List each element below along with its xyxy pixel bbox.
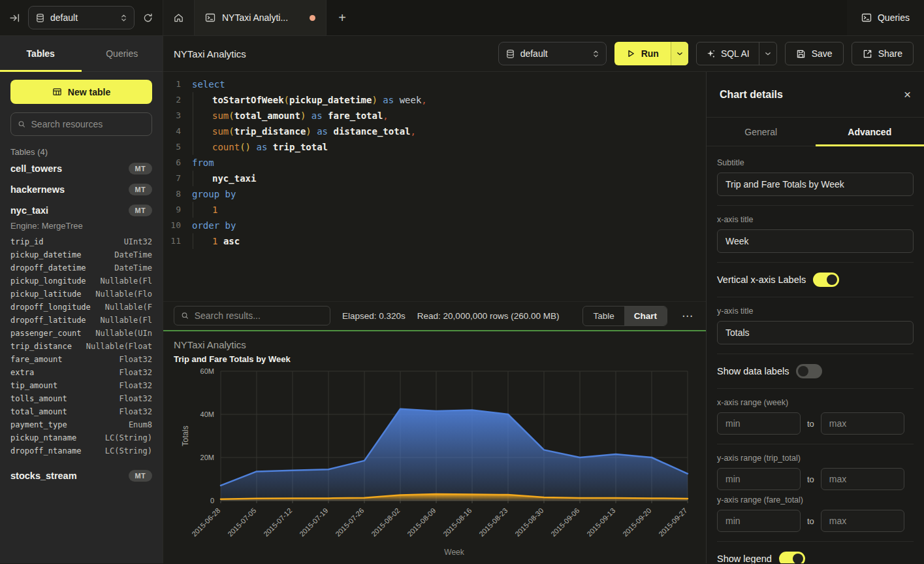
y-axis-title-input[interactable] [717,321,914,344]
collapse-sidebar-button[interactable] [9,12,20,24]
database-selector[interactable]: default [28,6,135,29]
queries-button-label: Queries [878,12,910,23]
view-toggle-table[interactable]: Table [583,307,624,325]
svg-text:2015-09-20: 2015-09-20 [621,506,652,537]
code-text: 1 asc [191,233,240,249]
home-tab-button[interactable] [163,0,195,35]
sql-editor[interactable]: 1select2toStartOfWeek(pickup_datetime) a… [163,72,706,301]
run-options-button[interactable] [671,42,688,65]
column-name: payment_type [10,418,67,431]
y-range-trip-min-input[interactable] [717,468,801,490]
subtitle-field-label: Subtitle [717,158,914,167]
search-icon [18,120,26,129]
unsaved-changes-dot [310,15,315,21]
new-tab-button[interactable]: + [327,0,358,35]
column-row: payment_typeEnum8 [10,418,152,431]
line-number: 7 [163,171,191,186]
sql-ai-options-button[interactable] [759,42,776,65]
area-chart[interactable]: 020M40M60M2015-06-282015-07-052015-07-12… [174,365,706,564]
svg-text:2015-07-26: 2015-07-26 [334,506,365,537]
code-text: 1 [191,202,217,218]
svg-text:2015-09-06: 2015-09-06 [549,506,581,537]
sql-ai-button[interactable]: SQL AI [696,42,777,65]
save-button[interactable]: Save [785,42,844,65]
column-row: pickup_datetimeDateTime [10,248,152,261]
range-to-label: to [807,419,814,429]
divider [717,354,914,354]
column-row: pickup_ntanameLC(String) [10,431,152,444]
table-item[interactable]: stocks_streamMT [10,465,152,486]
share-button-label: Share [878,48,902,59]
terminal-icon [861,12,872,23]
queries-button[interactable]: Queries [847,0,924,35]
column-type: LC(String) [105,444,152,457]
column-name: pickup_datetime [10,248,81,261]
column-type: Float32 [119,366,152,379]
svg-text:2015-08-16: 2015-08-16 [441,506,473,537]
column-type: Float32 [119,353,152,366]
y-range-fare-max-input[interactable] [821,510,904,532]
code-text: from [191,155,214,171]
panel-tab-advanced[interactable]: Advanced [816,118,924,146]
y-range-fare-min-input[interactable] [717,510,801,532]
new-table-button[interactable]: New table [10,80,152,104]
column-name: trip_distance [10,340,72,353]
toolbar-database-selector[interactable]: default [498,42,607,65]
table-item[interactable]: cell_towersMT [10,158,152,179]
line-number: 8 [163,186,191,202]
column-row: trip_distanceNullable(Float [10,340,152,353]
show-legend-toggle[interactable] [779,552,805,563]
sidebar-tab-queries[interactable]: Queries [82,36,163,71]
sparkles-icon [706,49,716,59]
results-search-input[interactable] [195,310,323,321]
share-button[interactable]: Share [852,42,914,65]
svg-text:2015-08-30: 2015-08-30 [513,506,545,537]
sidebar-tab-tables[interactable]: Tables [0,36,82,71]
x-axis-title-input[interactable] [717,229,914,253]
ellipsis-icon: ⋯ [682,310,693,322]
column-row: dropoff_latitudeNullable(Fl [10,314,152,327]
close-panel-button[interactable]: × [904,88,911,101]
column-row: dropoff_datetimeDateTime [10,261,152,274]
database-selector-value: default [50,12,78,23]
code-text: nyc_taxi [191,171,256,186]
code-text: toStartOfWeek(pickup_datetime) as week, [191,92,427,108]
table-item[interactable]: hackernewsMT [10,179,152,200]
chevron-updown-icon [592,50,599,58]
engine-detail: Engine: MergeTree [10,221,152,235]
x-range-max-input[interactable] [821,412,904,435]
resource-search-input[interactable] [31,119,145,129]
column-row: dropoff_ntanameLC(String) [10,444,152,457]
search-icon [181,311,189,320]
line-number: 6 [163,155,191,171]
code-text: sum(trip_distance) as distance_total, [191,124,416,139]
engine-badge: MT [129,205,152,216]
chart-subtitle: Trip and Fare Totals by Week [174,354,706,364]
results-menu-button[interactable]: ⋯ [679,309,695,323]
x-range-min-input[interactable] [717,412,801,435]
panel-tab-general[interactable]: General [707,118,816,146]
vertical-labels-toggle[interactable] [813,273,839,287]
table-item[interactable]: nyc_taxiMT [10,200,152,221]
table-name: cell_towers [10,163,62,174]
column-type: UInt32 [124,235,152,248]
x-axis-title-label: x-axis title [717,215,914,224]
column-name: pickup_ntaname [10,431,76,444]
refresh-button[interactable] [142,12,153,24]
editor-line: 10order by [163,218,706,233]
column-type: Nullable(Float [86,340,152,353]
run-button[interactable]: Run [614,42,688,65]
data-labels-toggle[interactable] [796,364,822,378]
view-toggle-chart[interactable]: Chart [624,307,667,325]
engine-badge: MT [129,163,152,174]
svg-text:2015-07-05: 2015-07-05 [226,506,257,537]
column-row: tolls_amountFloat32 [10,392,152,405]
y-range-trip-max-input[interactable] [821,468,904,490]
subtitle-input[interactable] [717,173,914,196]
query-tab[interactable]: NYTaxi Analyti... [195,0,327,35]
engine-badge: MT [129,470,152,482]
column-name: total_amount [10,405,67,418]
divider [717,444,914,444]
column-name: dropoff_ntaname [10,444,81,457]
svg-text:20M: 20M [200,454,214,461]
